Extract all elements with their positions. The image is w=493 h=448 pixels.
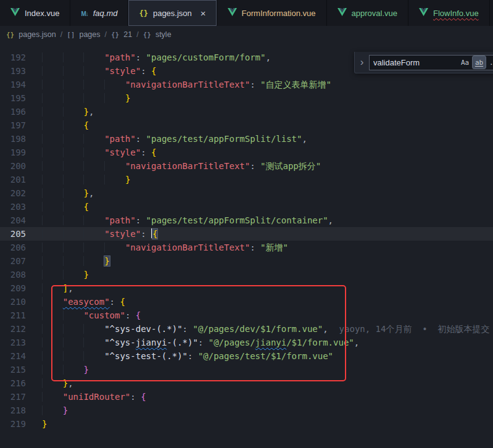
code-token: { [141,392,146,402]
line-number[interactable]: 212 [0,322,26,336]
line-number[interactable]: 206 [0,241,26,254]
code-line-218[interactable]: 218 } [0,404,493,417]
code-line-195[interactable]: 195 } [0,91,493,105]
find-input[interactable]: validateForm Aaab.* [369,55,493,70]
line-number[interactable]: 213 [0,336,26,349]
code-token: } [125,93,130,103]
editor[interactable]: 192 "path": "pages/customForm/form",193 … [0,43,493,448]
code-line-199[interactable]: 199 "style": { [0,146,493,159]
code-line-214[interactable]: 214 "^sys-test-(.*)": "@/pages/test/$1/f… [0,349,493,363]
regex-toggle[interactable]: .* [487,56,493,68]
code-line-210[interactable]: 210 "easycom": { [0,295,493,309]
line-number[interactable]: 194 [0,78,26,91]
code-line-213[interactable]: 213 "^sys-jianyi-(.*)": "@/pages/jianyi/… [0,336,493,349]
code-line-211[interactable]: 211 "custom": { [0,309,493,322]
tab-FormInformation.vue[interactable]: FormInformation.vue [217,0,327,26]
tab-FlowInfo.vue[interactable]: FlowInfo.vue [408,0,490,26]
code-token: , [68,378,73,388]
line-number[interactable]: 200 [0,159,26,173]
line-number[interactable]: 193 [0,64,26,78]
code-token: : [250,80,260,89]
find-expand-chevron[interactable]: › [358,56,366,68]
tab-Index.vue[interactable]: Index.vue [0,0,70,26]
code-line-209[interactable]: 209 ], [0,281,493,295]
line-number[interactable]: 209 [0,281,26,295]
line-number[interactable]: 205 [0,227,26,241]
code-token: "navigationBarTitleText" [125,243,250,252]
code-line-203[interactable]: 203 { [0,200,493,214]
tab-pages.json[interactable]: {}pages.json× [128,0,217,26]
code-line-202[interactable]: 202 }, [0,186,493,200]
line-number[interactable]: 204 [0,214,26,227]
code-lines: 192 "path": "pages/customForm/form",193 … [0,51,493,431]
code-line-196[interactable]: 196 }, [0,105,493,118]
code-line-215[interactable]: 215 } [0,363,493,376]
breadcrumb-item-pages.json[interactable]: pages.json [19,30,56,39]
indent-guide [63,93,84,103]
line-number[interactable]: 202 [0,186,26,200]
indent-guide [104,93,125,103]
tab-approval.vue[interactable]: approval.vue [327,0,408,26]
code-line-198[interactable]: 198 "path": "pages/test/appFormSplit/lis… [0,132,493,146]
line-number[interactable]: 192 [0,51,26,64]
line-number[interactable]: 207 [0,254,26,268]
code-line-219[interactable]: 219} [0,417,493,431]
match-case-icon: Aa [461,59,469,67]
code-line-200[interactable]: 200 "navigationBarTitleText": "测试app拆分" [0,159,493,173]
code-token: { [152,229,157,239]
line-number[interactable]: 218 [0,404,26,417]
vscode-window: Index.vueM↓faq.md{}pages.json×FormInform… [0,0,493,448]
line-number[interactable]: 208 [0,268,26,281]
find-input-value[interactable]: validateForm [373,58,458,67]
line-number[interactable]: 214 [0,349,26,363]
code-text: "uniIdRouter": { [42,390,146,404]
indent-guide [63,161,84,171]
vue-icon [419,8,428,18]
code-text: } [42,91,130,105]
indent-guide [42,243,63,252]
code-token: "uniIdRouter" [63,392,131,402]
tab-close-button[interactable]: × [201,9,206,18]
code-line-212[interactable]: 212 "^sys-dev-(.*)": "@/pages/dev/$1/for… [0,322,493,336]
code-line-194[interactable]: 194 "navigationBarTitleText": "自定义表单新增" [0,78,493,91]
whole-word-icon: ab [475,59,483,67]
code-line-207[interactable]: 207 } [0,254,493,268]
code-line-208[interactable]: 208 } [0,268,493,281]
code-text: "style": { [42,64,156,78]
code-token: } [83,107,88,117]
indent-guide [83,147,104,157]
line-number[interactable]: 215 [0,363,26,376]
code-line-204[interactable]: 204 "path": "pages/test/appFormSplit/con… [0,214,493,227]
code-token: } [104,256,109,266]
code-line-201[interactable]: 201 } [0,173,493,186]
indent-guide [63,188,84,198]
indent-guide [63,270,84,280]
code-line-217[interactable]: 217 "uniIdRouter": { [0,390,493,404]
line-number[interactable]: 203 [0,200,26,214]
code-line-205[interactable]: 205 "style": { [0,227,493,241]
match-case-toggle[interactable]: Aa [458,56,471,68]
line-number[interactable]: 198 [0,132,26,146]
breadcrumb-item-pages[interactable]: pages [79,30,100,39]
code-line-206[interactable]: 206 "navigationBarTitleText": "新增" [0,241,493,254]
line-number[interactable]: 197 [0,118,26,132]
line-number[interactable]: 217 [0,390,26,404]
line-number[interactable]: 216 [0,376,26,390]
code-line-197[interactable]: 197 { [0,118,493,132]
code-token: : [141,66,151,76]
tab-faq.md[interactable]: M↓faq.md [70,0,128,26]
indent-guide [83,66,104,76]
line-number[interactable]: 196 [0,105,26,118]
line-number[interactable]: 210 [0,295,26,309]
whole-word-toggle[interactable]: ab [473,56,486,68]
breadcrumb-item-style[interactable]: style [155,30,172,39]
line-number[interactable]: 219 [0,417,26,431]
code-line-216[interactable]: 216 }, [0,376,493,390]
line-number[interactable]: 211 [0,309,26,322]
line-number[interactable]: 195 [0,91,26,105]
code-token: , [302,134,307,144]
line-number[interactable]: 201 [0,173,26,186]
breadcrumb-item-21[interactable]: 21 [123,30,132,39]
line-number[interactable]: 199 [0,146,26,159]
code-token: "navigationBarTitleText" [125,80,250,89]
